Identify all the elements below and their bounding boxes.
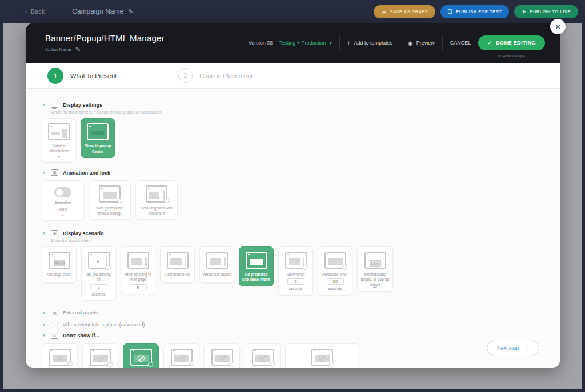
action-name-label: Action Name xyxy=(45,47,71,52)
section-dont-show-if[interactable]: ∧ ⊘ Don't show if... xyxy=(42,333,544,339)
browser-window-icon: HELLO xyxy=(49,252,70,269)
publish-to-live-button[interactable]: ➤ PUBLISH TO LIVE xyxy=(514,5,578,18)
step-indicator: 1 What To Present · · · 2 Choose Placeme… xyxy=(26,63,560,89)
card-if-scrolled-to-top[interactable]: If scrolled to top xyxy=(160,246,195,283)
step-2-label: Choose Placement xyxy=(199,72,253,79)
browser-window-icon xyxy=(206,252,228,269)
save-as-draft-button[interactable]: ☁ SAVE AS DRAFT xyxy=(374,5,435,18)
card-label: Minimizeable popup, or pop-up trigger xyxy=(360,272,390,287)
card-label: Scroll together with document xyxy=(138,205,175,216)
clock-icon xyxy=(106,265,111,270)
add-to-templates-button[interactable]: + Add to templates xyxy=(347,40,392,46)
eye-icon: ◉ xyxy=(408,40,413,46)
scroll-percent-input[interactable] xyxy=(130,284,147,290)
card-scroll-together[interactable]: Scroll together with document xyxy=(135,180,178,220)
card-another-action-was-wasnt[interactable]: ...another action was/wasn't shown. xyxy=(204,343,240,368)
card-suffix: seconds xyxy=(328,286,342,291)
card-was-shown[interactable]: ...was shown. After times. Don't show fo… xyxy=(123,343,159,368)
campaign-name-label: Campaign Name xyxy=(72,7,123,15)
card-label: Idle (no activity) for xyxy=(84,272,113,282)
section-subtitle: Where to show content. You can choose po… xyxy=(51,110,544,114)
card-show-in-placeholder[interactable]: Show in placeholder ▾ xyxy=(42,118,76,163)
cursor-icon xyxy=(96,260,99,265)
idle-cursor-icon xyxy=(88,252,110,269)
preview-button[interactable]: ◉ Preview xyxy=(408,40,435,46)
section-display-settings[interactable]: ∧ Display settings xyxy=(42,102,544,108)
card-was-closed[interactable]: ✕ ...was closed. After times, xyxy=(42,343,78,368)
publish-for-test-button[interactable]: ❏ PUBLISH FOR TEST xyxy=(440,5,510,18)
section-animation-and-lock[interactable]: ∧ ▣ Animation and lock xyxy=(42,169,544,176)
ban-icon xyxy=(57,355,63,362)
send-icon: ➤ xyxy=(522,9,526,14)
campaign-name: Campaign Name ✎ xyxy=(72,7,133,15)
assets-icon: ▤ xyxy=(51,310,58,316)
autoclose-timer-input[interactable] xyxy=(327,278,344,285)
done-editing-label: DONE EDITING xyxy=(496,40,536,46)
card-show-timer[interactable]: Show timer seconds xyxy=(278,246,313,295)
card-show-in-popup[interactable]: Show in popup Center xyxy=(81,118,115,158)
card-label: On page enter xyxy=(47,272,71,277)
cancel-button[interactable]: CANCEL xyxy=(450,40,471,46)
card-was-clicked[interactable]: ...was clicked. After times, xyxy=(82,343,118,368)
card-label: With glass panel (modal dialog) xyxy=(91,205,128,216)
chevron-down-icon: ▾ xyxy=(62,213,63,217)
card-glass-panel[interactable]: With glass panel (modal dialog) xyxy=(89,180,131,220)
corner-circle-icon xyxy=(117,198,122,203)
card-minimizeable-popup[interactable]: LINK Minimizeable popup, or pop-up trigg… xyxy=(357,246,393,291)
card-pages-and-devices[interactable]: Show only on these pages and devices. Ch… xyxy=(285,343,359,368)
eye-icon: ◉ xyxy=(51,230,58,236)
card-when-text-copied[interactable]: When text copied xyxy=(199,246,234,283)
section-title: Animation and lock xyxy=(63,170,110,176)
chevron-up-icon: ∧ xyxy=(42,171,46,175)
card-stop-showing[interactable]: ✕ Stop showing. xyxy=(163,343,199,368)
close-circle-icon: ✕ xyxy=(67,361,73,366)
version-value: Testing + Production xyxy=(279,40,326,46)
card-on-page-enter[interactable]: HELLO On page enter xyxy=(42,246,77,283)
ban-icon xyxy=(319,355,326,362)
card-autoclose-timer[interactable]: Autoclose timer seconds xyxy=(318,246,352,295)
pencil-icon[interactable]: ✎ xyxy=(128,8,133,15)
section-subtitle: Show the popup when: xyxy=(51,239,544,243)
blocked-window-icon xyxy=(211,349,233,366)
card-predicted-site-leave[interactable]: On predicted site leave intent xyxy=(239,246,274,286)
pencil-icon[interactable]: ✎ xyxy=(75,46,81,53)
section-title: Display settings xyxy=(63,102,102,108)
version-selector[interactable]: Version 36 - Testing + Production ▾ xyxy=(249,40,332,46)
section-title: Don't show if... xyxy=(63,333,99,338)
chevron-down-icon: ▾ xyxy=(330,41,332,46)
card-after-another-action[interactable]: ...after another action shown. xyxy=(245,343,281,368)
blocked-window-icon: ✕ xyxy=(171,349,193,366)
timer-window-icon xyxy=(324,252,346,269)
section-title: External assets xyxy=(63,310,98,316)
clock-icon xyxy=(342,265,347,270)
card-after-scrolling[interactable]: After scrolling to % of page xyxy=(121,246,155,294)
section-title: Display scenario xyxy=(63,231,104,236)
divider xyxy=(400,36,400,50)
ban-icon xyxy=(178,355,185,362)
ban-icon xyxy=(138,355,145,362)
step-2-circle[interactable]: 2 xyxy=(178,68,193,83)
section-external-assets[interactable]: ∨ ▤ External assets xyxy=(42,310,544,316)
cancel-label: CANCEL xyxy=(450,40,471,46)
card-animation[interactable]: Animation None ▾ xyxy=(42,180,84,221)
chevron-left-icon: ‹ xyxy=(25,8,27,15)
app-window: ‹ Back Campaign Name ✎ ☁ SAVE AS DRAFT ❏… xyxy=(0,0,585,392)
card-label: If scrolled to top xyxy=(165,272,191,277)
card-idle-for[interactable]: Idle (no activity) for seconds xyxy=(81,246,116,300)
section-when-event[interactable]: ∨ ϟ When event takes place (advanced) xyxy=(42,322,544,328)
window-circle-icon xyxy=(329,362,334,367)
show-timer-input[interactable] xyxy=(287,278,304,285)
next-step-button[interactable]: Next step → xyxy=(487,341,539,355)
popup-window-icon xyxy=(87,123,109,140)
card-label: After scrolling to % of page xyxy=(123,272,153,282)
modal-header: Banner/Popup/HTML Manager Action Name ✎ … xyxy=(26,23,560,63)
close-icon[interactable]: ✕ xyxy=(550,19,566,34)
back-button[interactable]: ‹ Back xyxy=(25,8,45,15)
blocked-window-icon xyxy=(252,349,274,366)
section-display-scenario[interactable]: ∧ ◉ Display scenario xyxy=(42,230,544,236)
ban-icon xyxy=(97,355,104,362)
divider xyxy=(442,36,443,50)
step-1-circle[interactable]: 1 xyxy=(47,68,63,84)
idle-seconds-input[interactable] xyxy=(90,284,107,290)
done-editing-button[interactable]: ✓ DONE EDITING xyxy=(478,35,545,50)
